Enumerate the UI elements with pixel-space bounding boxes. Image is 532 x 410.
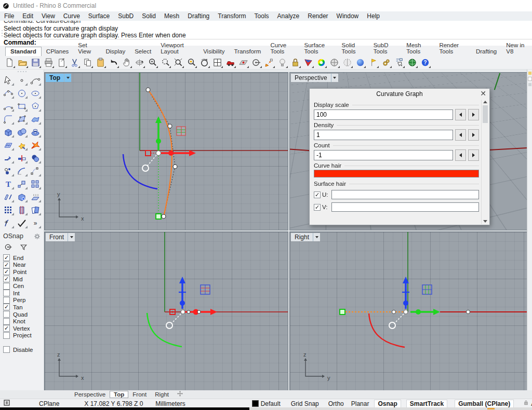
toolbar-tab-select[interactable]: Select (130, 47, 156, 56)
toolbar-tab-drafting[interactable]: Drafting (471, 47, 501, 56)
status-default[interactable]: Default (252, 400, 281, 407)
toolbar-tab-standard[interactable]: Standard (5, 47, 42, 56)
viewport-tab-front[interactable]: Front (128, 391, 151, 398)
new-file-icon[interactable] (3, 57, 16, 69)
status-planar[interactable]: Planar (351, 400, 369, 407)
pan-icon[interactable] (120, 57, 132, 69)
osnap-toggle-icon[interactable] (250, 57, 262, 69)
toolbar-tab-solid-tools[interactable]: Solid Tools (337, 41, 369, 56)
named-view-icon[interactable] (224, 57, 236, 69)
toolbar-tab-visibility[interactable]: Visibility (198, 47, 229, 56)
mesh-plane-icon[interactable] (2, 139, 15, 152)
notification-icon[interactable] (367, 57, 379, 69)
arc-icon[interactable] (2, 100, 15, 113)
curve-edit-icon[interactable] (2, 216, 15, 229)
zoom-selected-icon[interactable] (185, 57, 197, 69)
toolbar-tab-cplanes[interactable]: CPlanes (42, 47, 73, 56)
osnap-tab-icon[interactable] (4, 243, 12, 251)
toolbar-tab-transform[interactable]: Transform (229, 47, 265, 56)
print-icon[interactable] (42, 57, 55, 69)
point-icon[interactable] (15, 74, 29, 87)
rectangle-icon[interactable] (15, 100, 29, 113)
status-osnap[interactable]: Osnap (374, 400, 401, 408)
point-cloud-icon[interactable] (2, 165, 15, 177)
copy-icon[interactable] (81, 57, 94, 69)
osnap-item-quad-checkbox[interactable] (3, 311, 10, 318)
lamp-icon[interactable] (276, 57, 288, 69)
dialog-title-bar[interactable]: Curvature Graph ✕ (310, 89, 489, 99)
cut-icon[interactable] (68, 57, 81, 69)
osnap-disable-checkbox[interactable] (3, 346, 10, 353)
menu-item-analyze[interactable]: Analyze (273, 12, 304, 20)
check-icon[interactable] (15, 216, 29, 229)
array-icon[interactable] (29, 177, 42, 190)
toolbar-tab-set-view[interactable]: Set View (73, 41, 101, 56)
osnap-item-int-checkbox[interactable] (3, 290, 10, 296)
close-icon[interactable]: ✕ (480, 89, 486, 98)
menu-item-edit[interactable]: Edit (18, 12, 37, 20)
more-chevron-icon[interactable]: » (29, 216, 42, 229)
shaded-icon[interactable] (328, 57, 340, 69)
offset-icon[interactable] (2, 190, 15, 203)
viewport-top-label[interactable]: Top (46, 74, 71, 82)
color-icon[interactable] (315, 57, 327, 69)
status-cplane[interactable]: CPlane (39, 400, 59, 407)
circle-icon[interactable] (15, 87, 29, 100)
menu-item-mesh[interactable]: Mesh (160, 12, 183, 20)
spinner-right-icon[interactable] (468, 129, 479, 141)
menu-item-help[interactable]: Help (363, 12, 384, 20)
trim-icon[interactable] (2, 152, 15, 165)
properties-icon[interactable] (393, 57, 405, 69)
scale-icon[interactable] (15, 177, 29, 190)
box-icon[interactable] (2, 126, 15, 139)
toolbar-tab-render-tools[interactable]: Render Tools (434, 41, 471, 56)
menu-item-window[interactable]: Window (332, 12, 363, 20)
copy-sheets-icon[interactable] (29, 203, 42, 216)
sphere-icon[interactable] (15, 126, 29, 139)
osnap-item-project-checkbox[interactable] (3, 332, 10, 339)
viewport-perspective-label[interactable]: Perspective (291, 74, 338, 82)
osnap-item-vertex-checkbox[interactable]: ✓ (3, 325, 10, 332)
status-x-17-082-y-6-798-z-0[interactable]: X 17.082 Y 6.798 Z 0 (84, 400, 143, 407)
viewport-tab-perspective[interactable]: Perspective (70, 391, 110, 398)
help-icon[interactable]: ? (419, 57, 431, 69)
menu-item-drafting[interactable]: Drafting (183, 12, 214, 20)
pane-toggle-icon[interactable] (3, 399, 10, 408)
control-point-curve-icon[interactable] (29, 74, 42, 87)
status-ortho[interactable]: Ortho (328, 400, 344, 407)
viewport-tab-right[interactable]: Right (151, 391, 173, 398)
density-input[interactable]: 1 (314, 130, 453, 140)
spinner-left-icon[interactable] (455, 129, 466, 141)
viewport-right[interactable]: Right (290, 232, 527, 390)
menu-item-tools[interactable]: Tools (250, 12, 273, 20)
rotate-view-icon[interactable] (133, 57, 145, 69)
open-file-icon[interactable] (16, 57, 29, 69)
surface-sheet-icon[interactable] (29, 113, 42, 126)
status-smarttrack[interactable]: SmartTrack (406, 400, 447, 408)
blend-curve-icon[interactable] (29, 165, 42, 177)
right-panel-edge[interactable] (527, 70, 532, 390)
rendered-icon[interactable] (354, 57, 366, 69)
torus-icon[interactable] (29, 126, 42, 139)
lock-icon[interactable] (289, 57, 301, 69)
u-input[interactable] (331, 190, 479, 199)
extrude-icon[interactable] (29, 190, 42, 203)
spinner-right-icon[interactable] (468, 149, 479, 161)
block-icon[interactable] (15, 203, 29, 216)
move-tabs-icon[interactable] (177, 391, 183, 398)
menu-item-subd[interactable]: SubD (114, 12, 138, 20)
v-input[interactable] (331, 202, 479, 212)
viewport-right-label[interactable]: Right (291, 233, 320, 241)
command-grip[interactable] (0, 21, 4, 46)
toolbar-tab-surface-tools[interactable]: Surface Tools (300, 41, 337, 56)
osnap-item-mid-checkbox[interactable]: ✓ (3, 276, 10, 282)
curve-hair-color-swatch[interactable] (314, 170, 479, 177)
undo-view-icon[interactable] (198, 57, 210, 69)
zoom-icon[interactable] (146, 57, 158, 69)
solid-edit-icon[interactable] (15, 190, 29, 203)
handle-curve-icon[interactable] (2, 87, 15, 100)
menu-item-solid[interactable]: Solid (138, 12, 160, 20)
fillet-curve-icon[interactable] (15, 165, 29, 177)
text-icon[interactable]: T (2, 177, 15, 190)
menu-item-curve[interactable]: Curve (59, 12, 84, 20)
